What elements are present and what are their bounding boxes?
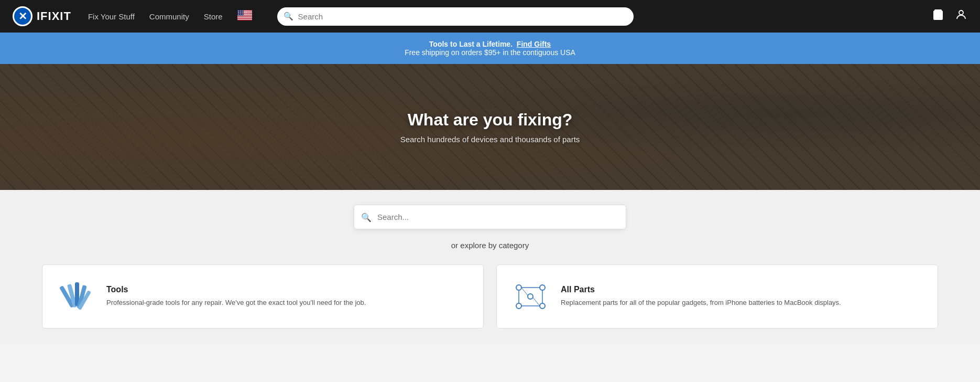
- logo-text: IFIXIT: [37, 9, 71, 23]
- hero-title: What are you fixing?: [408, 110, 573, 130]
- cart-icon: [932, 8, 944, 21]
- promo-link[interactable]: Find Gifts: [517, 40, 551, 48]
- parts-svg-icon: [511, 277, 550, 316]
- svg-line-33: [521, 288, 528, 295]
- svg-point-26: [516, 303, 521, 309]
- cart-button[interactable]: [932, 8, 944, 24]
- svg-rect-7: [237, 16, 252, 17]
- svg-rect-8: [237, 16, 252, 17]
- all-parts-card[interactable]: All Parts Replacement parts for all of t…: [496, 264, 938, 328]
- hero-subtitle: Search hundreds of devices and thousands…: [400, 135, 580, 144]
- all-parts-info: All Parts Replacement parts for all of t…: [561, 285, 841, 308]
- svg-point-25: [540, 285, 545, 290]
- us-flag-icon: ★ ★ ★ ★ ★ ★ ★ ★ ★ ★ ★ ★ ★ ★ ★ ★ ★: [237, 10, 252, 20]
- nav-flag[interactable]: ★ ★ ★ ★ ★ ★ ★ ★ ★ ★ ★ ★ ★ ★ ★ ★ ★: [237, 10, 252, 23]
- explore-text: or explore by category: [451, 241, 529, 250]
- navbar: ✕ IFIXIT Fix Your Stuff Community Store: [0, 0, 980, 33]
- logo-link[interactable]: ✕ IFIXIT: [13, 6, 71, 26]
- nav-search-container: 🔍: [277, 7, 634, 26]
- svg-point-24: [516, 285, 521, 290]
- promo-heading: Tools to Last a Lifetime.: [429, 40, 515, 48]
- tools-name: Tools: [106, 285, 366, 294]
- svg-point-28: [528, 294, 533, 299]
- promo-sub-text: Free shipping on orders $95+ in the cont…: [10, 48, 970, 57]
- nav-search-input[interactable]: [277, 7, 634, 26]
- logo-icon: ✕: [13, 6, 32, 26]
- all-parts-image: [509, 275, 551, 317]
- all-parts-name: All Parts: [561, 285, 841, 294]
- svg-rect-12: [237, 19, 252, 20]
- svg-point-27: [540, 303, 545, 309]
- svg-rect-11: [237, 19, 252, 20]
- logo-x: ✕: [18, 11, 27, 22]
- svg-line-34: [533, 298, 540, 306]
- hero-search-input[interactable]: [354, 205, 626, 229]
- tools-image: [55, 275, 97, 317]
- nav-store[interactable]: Store: [204, 12, 223, 21]
- search-section: 🔍 or explore by category: [0, 190, 980, 264]
- hero-search-wrap: 🔍: [354, 205, 626, 229]
- tools-info: Tools Professional-grade tools for any r…: [106, 285, 366, 308]
- hero-section: What are you fixing? Search hundreds of …: [0, 64, 980, 190]
- nav-actions: [932, 8, 967, 24]
- svg-rect-9: [237, 17, 252, 18]
- hero-search-icon: 🔍: [361, 212, 372, 222]
- nav-links: Fix Your Stuff Community Store: [88, 10, 252, 23]
- promo-main-text: Tools to Last a Lifetime. Find Gifts: [10, 40, 970, 48]
- promo-banner: Tools to Last a Lifetime. Find Gifts Fre…: [0, 33, 980, 64]
- tools-description: Professional-grade tools for any repair.…: [106, 298, 366, 308]
- nav-fix-your-stuff[interactable]: Fix Your Stuff: [88, 12, 135, 21]
- svg-text:★ ★ ★ ★ ★ ★: ★ ★ ★ ★ ★ ★: [238, 13, 249, 15]
- account-icon: [955, 8, 967, 21]
- account-button[interactable]: [955, 8, 967, 24]
- tools-svg-icon: [57, 277, 96, 316]
- nav-search-icon: 🔍: [284, 12, 293, 21]
- all-parts-description: Replacement parts for all of the popular…: [561, 298, 841, 308]
- svg-point-18: [959, 10, 963, 15]
- nav-community[interactable]: Community: [149, 12, 189, 21]
- categories-section: Tools Professional-grade tools for any r…: [0, 264, 980, 344]
- svg-rect-10: [237, 18, 252, 19]
- tools-card[interactable]: Tools Professional-grade tools for any r…: [42, 264, 484, 328]
